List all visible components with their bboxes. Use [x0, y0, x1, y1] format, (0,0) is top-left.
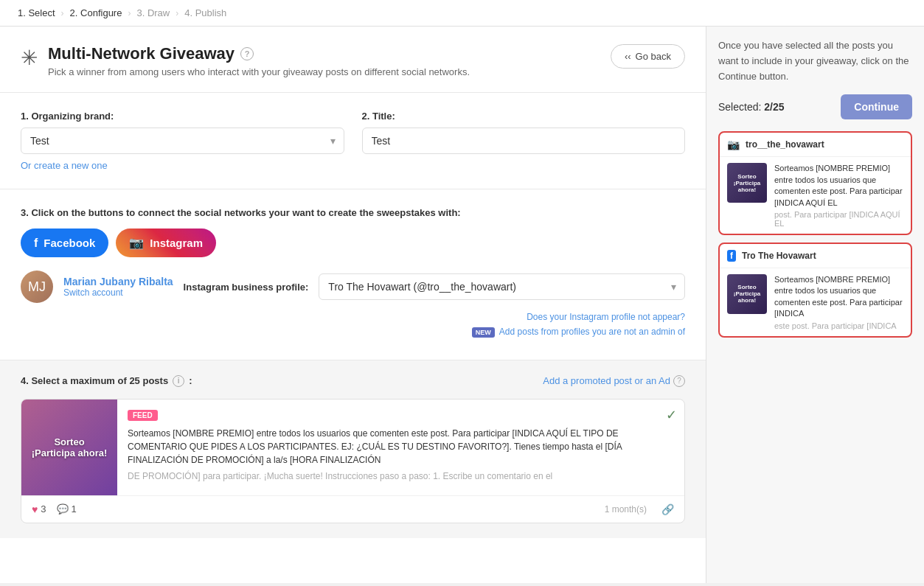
right-intro: Once you have selected all the posts you… — [718, 38, 912, 84]
ig-select-wrapper: Tro The Hovawart (@tro__the_hovawart) — [319, 273, 685, 300]
post-link-icon[interactable]: 🔗 — [661, 503, 674, 515]
account-row: MJ Marian Jubany Ribalta Switch account … — [21, 271, 685, 303]
posts-header: 4. Select a maximum of 25 posts i : Add … — [21, 375, 685, 387]
preview-body-instagram: Sorteo¡Participa ahora! Sorteamos [NOMBR… — [720, 157, 911, 234]
instagram-button[interactable]: 📷 Instagram — [116, 229, 216, 257]
new-badge: NEW — [472, 327, 495, 338]
arrow-3: › — [176, 8, 178, 18]
step-2: 2. Configure — [70, 7, 122, 18]
chevron-left-icon: ‹‹ — [625, 51, 631, 62]
arrow-2: › — [128, 8, 131, 18]
post-text: Sorteamos [NOMBRE PREMIO] entre todos lo… — [128, 427, 648, 467]
post-content: FEED Sorteamos [NOMBRE PREMIO] entre tod… — [117, 400, 659, 495]
post-date: 1 month(s) — [605, 504, 647, 515]
facebook-icon: f — [34, 237, 38, 250]
preview-text-facebook: Sorteamos [NOMBRE PREMIO] entre todos lo… — [774, 274, 903, 330]
thumbnail-text: Sorteo ¡Participa ahora! — [24, 429, 115, 466]
posts-title: 4. Select a maximum of 25 posts i : — [21, 375, 192, 387]
brand-select-wrapper: Test — [21, 128, 344, 154]
instagram-preview-icon: 📷 — [727, 139, 740, 150]
help-links: Does your Instagram profile not appear? … — [21, 312, 685, 338]
left-panel: ✳ Multi-Network Giveaway ? Pick a winner… — [0, 27, 706, 583]
preview-body-facebook: Sorteo¡Participa ahora! Sorteamos [NOMBR… — [720, 268, 911, 336]
preview-card-instagram: 📷 tro__the_hovawart Sorteo¡Participa aho… — [718, 131, 912, 235]
preview-header-instagram: 📷 tro__the_hovawart — [720, 133, 911, 157]
ig-profile-select[interactable]: Tro The Hovawart (@tro__the_hovawart) — [319, 273, 685, 300]
preview-card-facebook: f Tro The Hovawart Sorteo¡Participa ahor… — [718, 243, 912, 338]
preview-header-facebook: f Tro The Hovawart — [720, 244, 911, 268]
preview-thumb-instagram: Sorteo¡Participa ahora! — [727, 163, 767, 203]
page-subtitle: Pick a winner from among users who inter… — [48, 66, 470, 77]
brand-field-group: 1. Organizing brand: Test Or create a ne… — [21, 111, 344, 171]
not-appear-link[interactable]: Does your Instagram profile not appear? — [21, 312, 685, 322]
app-logo-icon: ✳ — [21, 46, 38, 70]
add-posts-link[interactable]: NEWAdd posts from profiles you are not a… — [21, 327, 685, 338]
form-row: 1. Organizing brand: Test Or create a ne… — [21, 111, 685, 171]
add-promoted-link[interactable]: Add a promoted post or an Ad ? — [543, 375, 685, 387]
selected-info: Selected: 2/25 Continue — [718, 94, 912, 119]
form-section: 1. Organizing brand: Test Or create a ne… — [0, 93, 706, 189]
post-thumbnail: Sorteo ¡Participa ahora! — [21, 400, 117, 495]
add-promoted-help-icon[interactable]: ? — [673, 375, 685, 387]
posts-info-icon[interactable]: i — [173, 375, 184, 387]
step-1: 1. Select — [18, 7, 55, 18]
preview-username-facebook: Tro The Hovawart — [742, 251, 816, 261]
post-card: Sorteo ¡Participa ahora! FEED Sorteamos … — [21, 399, 685, 523]
network-buttons: f Facebook 📷 Instagram — [21, 229, 685, 257]
post-likes: ♥ 3 — [32, 503, 46, 515]
account-info: Marian Jubany Ribalta Switch account — [63, 276, 173, 298]
preview-username-instagram: tro__the_hovawart — [746, 139, 824, 150]
ig-profile-row: Instagram business profile: Tro The Hova… — [184, 273, 685, 300]
step-3: 3. Draw — [136, 7, 170, 18]
post-card-body: Sorteo ¡Participa ahora! FEED Sorteamos … — [21, 400, 684, 495]
brand-label: 1. Organizing brand: — [21, 111, 344, 122]
breadcrumb-bar: 1. Select › 2. Configure › 3. Draw › 4. … — [0, 0, 924, 27]
facebook-button[interactable]: f Facebook — [21, 229, 108, 257]
create-new-link[interactable]: Or create a new one — [21, 160, 108, 171]
avatar: MJ — [21, 271, 53, 303]
title-label: 2. Title: — [362, 111, 686, 122]
title-field-group: 2. Title: — [362, 111, 686, 171]
header-left: ✳ Multi-Network Giveaway ? Pick a winner… — [21, 44, 470, 77]
continue-button[interactable]: Continue — [841, 94, 912, 119]
facebook-preview-icon: f — [727, 250, 736, 262]
networks-title: 3. Click on the buttons to connect the s… — [21, 207, 685, 218]
title-input[interactable] — [362, 128, 686, 154]
go-back-button[interactable]: ‹‹ Go back — [611, 44, 685, 69]
post-footer: ♥ 3 💬 1 1 month(s) 🔗 — [21, 495, 684, 523]
page-title: Multi-Network Giveaway ? — [48, 44, 470, 63]
feed-badge: FEED — [128, 410, 158, 421]
switch-account-link[interactable]: Switch account — [63, 287, 173, 298]
arrow-1: › — [61, 8, 64, 18]
posts-section: 4. Select a maximum of 25 posts i : Add … — [0, 360, 706, 538]
post-comments: 💬 1 — [57, 503, 77, 515]
selected-count: 2/25 — [764, 101, 784, 113]
header-section: ✳ Multi-Network Giveaway ? Pick a winner… — [0, 27, 706, 93]
post-selected-check: ✓ — [659, 400, 684, 430]
right-panel: Once you have selected all the posts you… — [706, 27, 924, 583]
instagram-icon: 📷 — [129, 236, 144, 250]
post-text-muted: DE PROMOCIÓN] para participar. ¡Mucha su… — [128, 470, 648, 483]
brand-select[interactable]: Test — [21, 128, 344, 154]
preview-thumb-facebook: Sorteo¡Participa ahora! — [727, 274, 767, 314]
title-help-icon[interactable]: ? — [240, 47, 254, 60]
preview-text-instagram: Sorteamos [NOMBRE PREMIO] entre todos lo… — [774, 163, 903, 228]
step-4: 4. Publish — [184, 7, 226, 18]
networks-section: 3. Click on the buttons to connect the s… — [0, 189, 706, 360]
ig-profile-label: Instagram business profile: — [184, 282, 309, 293]
heart-icon: ♥ — [32, 503, 38, 515]
comment-icon: 💬 — [57, 503, 69, 515]
selected-text: Selected: 2/25 — [718, 101, 785, 113]
account-name[interactable]: Marian Jubany Ribalta — [63, 276, 173, 287]
